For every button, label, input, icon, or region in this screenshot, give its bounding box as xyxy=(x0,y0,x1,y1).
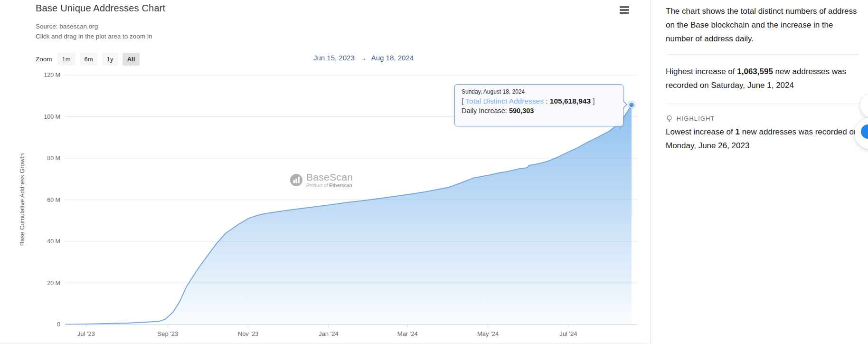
screenshot-root: Jul '23Sep '23Nov '23Jan '24Mar '24May '… xyxy=(0,0,868,344)
svg-text:Base Cumulative Address Growth: Base Cumulative Address Growth xyxy=(19,153,26,246)
floating-button-top[interactable] xyxy=(860,93,868,118)
lightbulb-icon xyxy=(666,115,673,122)
info-panel: The chart shows the total distinct numbe… xyxy=(666,0,859,153)
highlight-label: HIGHLIGHT xyxy=(677,115,715,122)
chart-context-menu-button[interactable] xyxy=(619,5,630,16)
hamburger-icon xyxy=(620,12,629,14)
range-from: Jun 15, 2023 xyxy=(313,54,355,62)
watermark: BaseScan Product of Etherscan xyxy=(290,172,353,188)
svg-text:Jul '24: Jul '24 xyxy=(559,330,577,337)
panel-lowest-increase: Lowest increase of 1 new addresses was r… xyxy=(666,125,859,153)
zoom-1y-button[interactable]: 1y xyxy=(102,53,118,66)
svg-text:0: 0 xyxy=(57,321,60,328)
svg-text:Jul '23: Jul '23 xyxy=(77,330,95,337)
hamburger-icon xyxy=(620,6,629,8)
panel-divider-line xyxy=(666,104,859,104)
svg-text:Mar '24: Mar '24 xyxy=(397,330,418,337)
date-range: Jun 15, 2023→Aug 18, 2024 xyxy=(313,54,414,62)
tooltip-callout-arrow xyxy=(623,100,627,109)
svg-text:20 M: 20 M xyxy=(47,280,60,287)
watermark-tagline: Product of Etherscan xyxy=(306,183,353,188)
watermark-name: BaseScan xyxy=(306,172,353,182)
svg-text:40 M: 40 M xyxy=(47,238,60,245)
tooltip-total-value: 105,618,943 xyxy=(550,97,591,105)
svg-text:Nov '23: Nov '23 xyxy=(238,330,259,337)
hamburger-icon xyxy=(620,9,629,11)
panel-divider xyxy=(650,0,651,344)
zoom-1m-button[interactable]: 1m xyxy=(57,53,75,66)
basescan-logo-icon xyxy=(290,173,303,187)
zoom-6m-button[interactable]: 6m xyxy=(80,53,98,66)
chart-card-bottom-border xyxy=(0,343,649,344)
svg-text:60 M: 60 M xyxy=(47,197,60,203)
tooltip-daily-value: 590,303 xyxy=(509,107,534,115)
highlight-header: HIGHLIGHT xyxy=(666,115,859,122)
tooltip-date: Sunday, August 18, 2024 xyxy=(462,88,616,95)
range-arrow-icon: → xyxy=(359,54,367,62)
tooltip-daily-row: Daily Increase: 590,303 xyxy=(462,107,616,115)
svg-text:80 M: 80 M xyxy=(47,155,60,162)
svg-text:100 M: 100 M xyxy=(44,114,60,120)
zoom-all-button[interactable]: All xyxy=(123,53,140,66)
panel-description: The chart shows the total distinct numbe… xyxy=(666,4,859,46)
svg-text:Jan '24: Jan '24 xyxy=(319,330,339,337)
range-to: Aug 18, 2024 xyxy=(371,54,414,62)
svg-text:May '24: May '24 xyxy=(477,330,499,337)
svg-text:Sep '23: Sep '23 xyxy=(158,330,179,337)
panel-divider-line xyxy=(666,54,859,55)
chat-icon xyxy=(861,124,868,139)
panel-highest-increase: Highest increase of 1,063,595 new addres… xyxy=(666,65,859,92)
chart-tooltip: Sunday, August 18, 2024 [ Total Distinct… xyxy=(454,84,623,126)
svg-text:120 M: 120 M xyxy=(44,72,60,78)
zoom-label: Zoom xyxy=(36,56,52,63)
chart-zoom-hint: Click and drag in the plot area to zoom … xyxy=(36,33,152,40)
tooltip-series-label: Total Distinct Addresses xyxy=(465,97,544,105)
chart-source: Source: basescan.org xyxy=(36,23,98,30)
chart-title: Base Unique Addresses Chart xyxy=(36,3,165,14)
zoom-controls: Zoom 1m 6m 1y All xyxy=(36,52,140,66)
tooltip-total-row: [ Total Distinct Addresses : 105,618,943… xyxy=(462,97,616,105)
chart-card: Jul '23Sep '23Nov '23Jan '24Mar '24May '… xyxy=(0,0,649,344)
